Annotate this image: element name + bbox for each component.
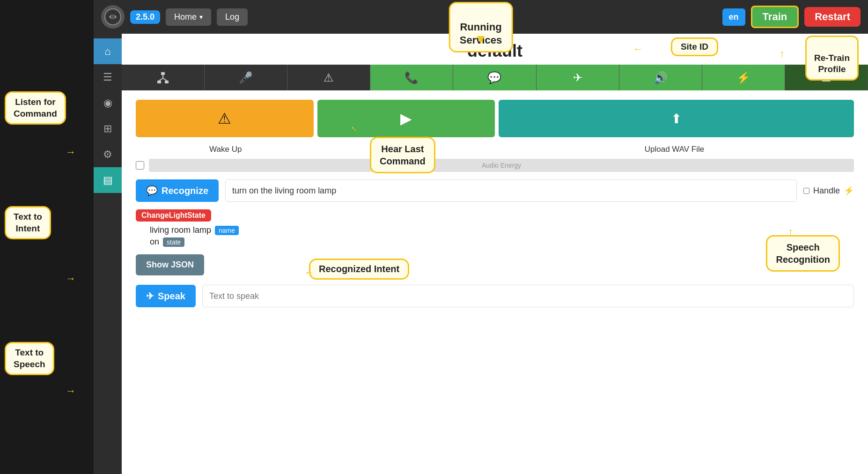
audio-checkbox[interactable] (136, 161, 144, 170)
version-badge: 2.5.0 (130, 10, 160, 24)
intent-result: ChangeLightState living room lamp name o… (136, 209, 854, 247)
show-json-button[interactable]: Show JSON (136, 254, 204, 275)
retrain-profile-bubble: Re-Train Profile (805, 36, 859, 81)
tab-microphone[interactable]: 🎤 (205, 65, 287, 90)
sidebar-doc-icon[interactable]: ▤ (94, 167, 122, 193)
intent-list: living room lamp name on state (136, 225, 854, 247)
tab-send[interactable]: ✈ (537, 65, 619, 90)
wake-up-button[interactable]: ⚠ (136, 100, 314, 137)
tab-phone[interactable]: 📞 (370, 65, 453, 90)
audio-energy-row: Audio Energy (136, 159, 854, 172)
nav-logo (101, 5, 125, 29)
hear-last-command-bubble: Hear Last Command (370, 137, 435, 173)
svg-line-6 (159, 78, 163, 81)
recognized-intent-bubble: Recognized Intent (309, 259, 409, 280)
audio-energy-bar: Audio Energy (149, 159, 854, 172)
svg-line-7 (163, 78, 167, 81)
svg-rect-4 (165, 81, 169, 83)
sidebar-gear-icon[interactable]: ⚙ (94, 141, 122, 167)
train-button[interactable]: Train (751, 6, 799, 28)
intent-tag: ChangeLightState (136, 209, 211, 222)
sidebar-grid-icon[interactable]: ⊞ (94, 116, 122, 141)
main-panel: ⚠ ▶ ⬆ Wake Up Play Recording Upload WAV … (122, 90, 868, 317)
speak-input[interactable] (202, 285, 854, 307)
wakeup-label: Wake Up (136, 145, 316, 154)
svg-rect-2 (161, 72, 165, 75)
tab-warning[interactable]: ⚠ (287, 65, 370, 90)
handle-checkbox[interactable] (803, 188, 809, 194)
tab-volume[interactable]: 🔊 (619, 65, 702, 90)
upload-label: Upload WAV File (495, 145, 854, 154)
language-badge: en (722, 8, 745, 26)
sidebar-circle-icon[interactable]: ◉ (94, 90, 122, 116)
action-labels-row: Wake Up Play Recording Upload WAV File (136, 145, 854, 154)
log-button[interactable]: Log (217, 8, 248, 26)
sidebar-home-icon[interactable]: ⌂ (94, 38, 122, 64)
page-content: Site ID ← default 🎤 ⚠ 📞 💬 ✈ 🔊 ⚡ ☰ (122, 34, 868, 474)
slot1-tag: name (215, 226, 239, 235)
play-recording-button[interactable]: ▶ (317, 100, 495, 137)
text-to-speech-bubble: Text to Speech (5, 342, 54, 375)
recognize-input[interactable] (225, 179, 797, 202)
tab-network[interactable] (122, 65, 205, 90)
intent-slot-1: living room lamp name (150, 225, 854, 235)
upload-wav-button[interactable]: ⬆ (499, 100, 854, 137)
navbar: 2.5.0 Home Log Running Services en Train… (94, 0, 868, 34)
action-buttons-row: ⚠ ▶ ⬆ (136, 100, 854, 137)
svg-rect-3 (157, 81, 161, 83)
recognize-button[interactable]: 💬 Recognize (136, 179, 219, 202)
svg-point-1 (110, 15, 115, 19)
recognize-row: 💬 Recognize Handle ⚡ (136, 179, 854, 202)
tab-lightning[interactable]: ⚡ (702, 65, 785, 90)
speech-recognition-bubble: Speech Recognition (766, 235, 840, 272)
text-to-intent-bubble: Text to Intent (5, 206, 51, 239)
site-id-bubble: Site ID (671, 37, 718, 56)
listen-for-command-bubble: Listen for Command (5, 91, 66, 125)
restart-button[interactable]: Restart (804, 7, 861, 27)
speak-button[interactable]: ✈ Speak (136, 285, 196, 307)
sidebar-menu-icon[interactable]: ☰ (94, 64, 122, 90)
tabs-row: 🎤 ⚠ 📞 💬 ✈ 🔊 ⚡ ☰ (122, 65, 868, 90)
tab-chat[interactable]: 💬 (453, 65, 536, 90)
slot2-tag: state (163, 237, 184, 247)
handle-area: Handle ⚡ (803, 185, 854, 196)
icon-sidebar: ⌂ ☰ ◉ ⊞ ⚙ ▤ (94, 34, 122, 474)
speak-row: ✈ Speak (136, 285, 854, 307)
intent-slot-2: on state (150, 237, 854, 247)
home-button[interactable]: Home (166, 8, 211, 26)
lightning-icon: ⚡ (844, 185, 854, 196)
handle-label: Handle (813, 186, 840, 196)
